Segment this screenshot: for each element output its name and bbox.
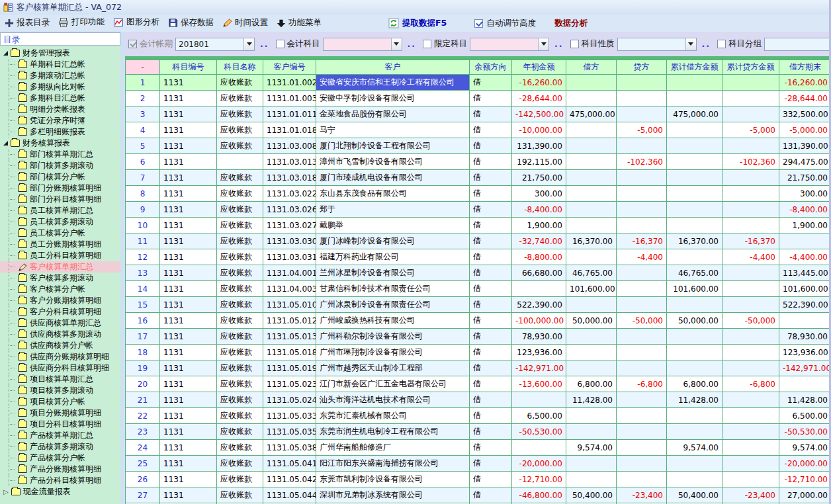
- amount-cell[interactable]: [667, 91, 722, 106]
- cell[interactable]: 借: [470, 487, 512, 503]
- tree-item[interactable]: 员工核算多期滚动: [0, 216, 120, 228]
- cell[interactable]: 借: [470, 233, 512, 249]
- customer-cell[interactable]: 广州科勒尔制冷设备有限公司: [316, 329, 470, 345]
- amount-cell[interactable]: [667, 154, 722, 170]
- customer-cell[interactable]: 汕头市海洋达机电技术有限公司: [316, 392, 470, 408]
- amount-cell[interactable]: [566, 186, 617, 202]
- amount-cell[interactable]: [566, 75, 617, 91]
- customer-cell[interactable]: 阳江市阳东兴盛南海捕捞有限公司: [316, 456, 470, 472]
- amount-cell[interactable]: [722, 440, 779, 456]
- cell[interactable]: 借: [470, 345, 512, 360]
- tree-item[interactable]: 项目分账期核算明细: [0, 407, 120, 419]
- customer-cell[interactable]: 福建万科药业有限公司: [316, 249, 470, 265]
- row-number-cell[interactable]: 21: [126, 392, 160, 408]
- auto-height-toggle[interactable]: 自动调节高度: [474, 18, 536, 29]
- amount-cell[interactable]: [667, 122, 722, 138]
- amount-cell[interactable]: [722, 218, 779, 233]
- combobox-value[interactable]: [618, 38, 685, 50]
- amount-cell[interactable]: 50,000.00: [566, 313, 617, 329]
- cell[interactable]: 1131.03.030: [263, 233, 316, 249]
- cell[interactable]: 应收账款: [217, 440, 263, 456]
- row-number-cell[interactable]: 16: [126, 313, 160, 329]
- tree-item[interactable]: 员工核算单期汇总: [0, 205, 120, 216]
- amount-cell[interactable]: -32,740.00: [512, 233, 566, 249]
- toolbar-button-time-settings[interactable]: 时间设置: [222, 17, 268, 28]
- customer-cell[interactable]: 东莞市润生机电制冷工程有限公司: [316, 424, 470, 440]
- cell[interactable]: 应收账款: [217, 106, 263, 122]
- cell[interactable]: 1131: [160, 281, 217, 297]
- amount-cell[interactable]: 131,390.00: [779, 138, 830, 154]
- amount-cell[interactable]: [512, 440, 566, 456]
- amount-cell[interactable]: [722, 186, 779, 202]
- cell[interactable]: 1131: [160, 408, 217, 424]
- cell[interactable]: 应收账款: [217, 487, 263, 503]
- amount-cell[interactable]: -20,000.00: [779, 456, 830, 472]
- filter-checkbox-subject-group[interactable]: [717, 40, 726, 48]
- amount-cell[interactable]: [667, 297, 722, 313]
- amount-cell[interactable]: 101,600.00: [779, 281, 830, 297]
- filter-combobox-accounting-subject[interactable]: [323, 38, 402, 51]
- cell[interactable]: 借: [470, 360, 512, 376]
- amount-cell[interactable]: 6,500.00: [512, 408, 566, 424]
- customer-cell[interactable]: 东莞市凯利制冷设备有限公司: [316, 472, 470, 487]
- tree-item[interactable]: 明细分类帐报表: [0, 104, 120, 115]
- customer-cell[interactable]: 安徽中孚制冷设备有限公司: [316, 91, 470, 106]
- cell[interactable]: 1131.05.035: [263, 424, 316, 440]
- amount-cell[interactable]: [617, 202, 667, 218]
- tree-item[interactable]: 部门分账期核算明细: [0, 183, 120, 194]
- row-number-cell[interactable]: 17: [126, 329, 160, 345]
- customer-cell[interactable]: 甘肃信科制冷技术有限责任公司: [316, 281, 470, 297]
- cell[interactable]: 1131: [160, 297, 217, 313]
- customer-cell[interactable]: 马宁: [316, 122, 470, 138]
- tree-item[interactable]: 员工核算分户帐: [0, 228, 120, 239]
- amount-cell[interactable]: [617, 281, 667, 297]
- amount-cell[interactable]: [617, 345, 667, 360]
- amount-cell[interactable]: 16,370.00: [667, 233, 722, 249]
- amount-cell[interactable]: 1,900.00: [779, 218, 830, 233]
- amount-cell[interactable]: 9,574.00: [667, 440, 722, 456]
- cell[interactable]: 借: [470, 106, 512, 122]
- amount-cell[interactable]: 11,428.00: [566, 392, 617, 408]
- tree-item[interactable]: 客户核算分户帐: [0, 284, 120, 295]
- amount-cell[interactable]: 21,750.00: [779, 170, 830, 186]
- amount-cell[interactable]: 522,390.00: [779, 297, 830, 313]
- amount-cell[interactable]: [617, 265, 667, 281]
- cell[interactable]: 借: [470, 249, 512, 265]
- cell[interactable]: 1131: [160, 249, 217, 265]
- cell[interactable]: 1131.05.012: [263, 313, 316, 329]
- amount-cell[interactable]: [779, 233, 830, 249]
- amount-cell[interactable]: 113,445.00: [779, 265, 830, 281]
- amount-cell[interactable]: -8,800.00: [512, 249, 566, 265]
- amount-cell[interactable]: [722, 456, 779, 472]
- cell[interactable]: 应收账款: [217, 75, 263, 91]
- amount-cell[interactable]: [667, 249, 722, 265]
- filter-checkbox-accounting-subject[interactable]: [276, 40, 284, 48]
- cell[interactable]: 1131: [160, 186, 217, 202]
- amount-cell[interactable]: -28,644.00: [779, 91, 830, 106]
- amount-cell[interactable]: -20,000.00: [512, 456, 566, 472]
- chevron-down-icon[interactable]: [391, 38, 402, 50]
- amount-cell[interactable]: -12,710.00: [779, 472, 830, 487]
- cell[interactable]: 1131.03.031: [263, 249, 316, 265]
- amount-cell[interactable]: 475,000.00: [667, 106, 722, 122]
- cell[interactable]: 1131.05.023: [263, 376, 316, 392]
- cell[interactable]: 借: [470, 122, 512, 138]
- tree-root-item[interactable]: 财务核算报表: [0, 138, 120, 149]
- cell[interactable]: 1131.03.018: [263, 170, 316, 186]
- amount-cell[interactable]: 522,390.00: [512, 297, 566, 313]
- toolbar-button-function-menu[interactable]: 功能菜单: [277, 17, 322, 28]
- filter-combobox-accounting-period[interactable]: 201801: [175, 38, 255, 51]
- amount-cell[interactable]: 6,800.00: [667, 376, 722, 392]
- cell[interactable]: 应收账款: [217, 249, 263, 265]
- amount-cell[interactable]: -50,000: [722, 313, 779, 329]
- tree-item[interactable]: 单期科目汇总帐: [0, 59, 120, 70]
- cell[interactable]: 1131: [160, 202, 217, 218]
- filter-checkbox-subject-nature[interactable]: [570, 40, 579, 48]
- cell[interactable]: 借: [470, 376, 512, 392]
- amount-cell[interactable]: [617, 329, 667, 345]
- cell[interactable]: 1131: [160, 440, 217, 456]
- cell[interactable]: 借: [470, 313, 512, 329]
- tree-item[interactable]: 项目核算单期汇总: [0, 374, 120, 385]
- amount-cell[interactable]: [566, 456, 617, 472]
- amount-cell[interactable]: [617, 472, 667, 487]
